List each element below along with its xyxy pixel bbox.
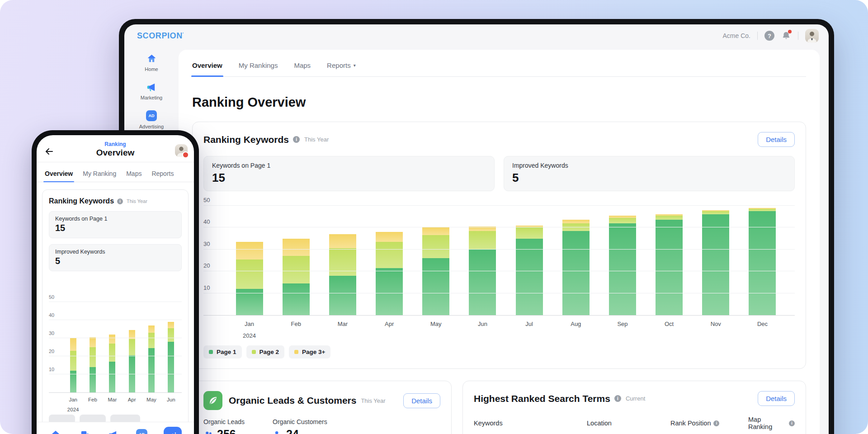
- details-button[interactable]: Details: [758, 391, 795, 406]
- bar-slot: Jul: [506, 201, 552, 315]
- nav-advertising-button[interactable]: AD: [135, 428, 149, 434]
- x-tick-label: Jan: [245, 321, 254, 327]
- user-check-icon: [273, 429, 283, 434]
- bar-nov[interactable]: [702, 210, 729, 315]
- bar-feb[interactable]: [90, 337, 96, 392]
- info-icon[interactable]: i: [293, 136, 300, 143]
- bar-aug[interactable]: [562, 220, 590, 315]
- period-label: This Year: [304, 136, 329, 143]
- organic-leads-panel: Organic Leads & Customers This Year Deta…: [192, 381, 452, 434]
- sidebar-item-home[interactable]: Home: [145, 53, 158, 72]
- desktop-topbar: SCORPION ′ Acme Co. ?: [124, 24, 829, 47]
- period-label: This Year: [127, 198, 147, 204]
- bar-dec[interactable]: [749, 208, 776, 315]
- y-tick-label: 20: [203, 262, 210, 269]
- bar-mar[interactable]: [329, 234, 356, 315]
- metric-value: 256: [217, 428, 236, 434]
- bar-jan[interactable]: [70, 338, 76, 392]
- notifications-button[interactable]: [781, 31, 791, 41]
- column-rank-position: Rank Positioni: [670, 416, 721, 430]
- sidebar-item-marketing[interactable]: Marketing: [141, 82, 162, 100]
- ranking-stats-row: Keywords on Page 1 15 Improved Keywords …: [203, 156, 795, 191]
- gridline: [203, 249, 795, 250]
- tab-maps[interactable]: Maps: [294, 61, 311, 76]
- notification-dot: [182, 151, 189, 158]
- segment-page-1: [422, 258, 449, 315]
- notification-dot: [788, 30, 792, 33]
- details-button[interactable]: Details: [403, 393, 440, 408]
- bar-feb[interactable]: [283, 239, 310, 315]
- chart-bars: Jan2024FebMarAprMayJunJulAugSepOctNovDec: [226, 201, 786, 315]
- tab-overview[interactable]: Overview: [45, 170, 73, 182]
- ranking-keywords-chart-mobile: Jan2024FebMarAprMayJun 1020304050: [49, 288, 182, 393]
- bar-jun[interactable]: [168, 322, 174, 392]
- legend-swatch: [252, 350, 256, 354]
- info-icon[interactable]: i: [117, 198, 123, 204]
- bar-slot: Nov: [693, 201, 739, 315]
- legend-page-1[interactable]: Page 1: [203, 345, 242, 359]
- ranking-keywords-panel: Ranking Keywords i This Year Details Key…: [192, 122, 806, 369]
- info-icon[interactable]: i: [713, 420, 719, 426]
- gridline: [49, 320, 182, 320]
- panel-title: Highest Ranked Search Terms: [474, 393, 610, 404]
- bar-slot: Sep: [599, 201, 646, 315]
- chat-icon: [79, 429, 90, 434]
- x-tick-label: Aug: [571, 321, 581, 327]
- tab-my-rankings[interactable]: My Rankings: [239, 61, 278, 76]
- y-tick-label: 40: [49, 312, 54, 318]
- tab-maps[interactable]: Maps: [126, 170, 142, 182]
- segment-page-3-: [168, 322, 174, 328]
- bar-mar[interactable]: [109, 335, 115, 392]
- legend-swatch: [209, 350, 213, 354]
- user-avatar[interactable]: [175, 144, 188, 157]
- tab-reports[interactable]: Reports ▾: [327, 61, 356, 76]
- sidebar-label: Home: [145, 66, 158, 72]
- nav-rankings-button-active[interactable]: [164, 427, 182, 434]
- x-tick-label: Mar: [108, 397, 117, 402]
- info-icon[interactable]: i: [789, 420, 795, 426]
- y-tick-label: 30: [49, 330, 54, 336]
- bar-sep[interactable]: [609, 216, 636, 315]
- bar-may[interactable]: [148, 326, 155, 392]
- x-tick-label: May: [146, 397, 156, 402]
- legend-page-3[interactable]: Page 3+: [289, 345, 330, 359]
- gridline: [49, 302, 182, 302]
- back-button[interactable]: [44, 146, 55, 157]
- legend-label: Page 2: [259, 349, 279, 355]
- legend-page-2[interactable]: Page 2: [246, 345, 285, 359]
- bar-slot: Apr: [122, 288, 142, 392]
- tab-overview[interactable]: Overview: [192, 61, 222, 76]
- column-keywords: Keywords: [474, 416, 560, 430]
- bar-slot: Aug: [552, 201, 599, 315]
- tab-my-ranking[interactable]: My Ranking: [83, 170, 116, 182]
- nav-marketing-button[interactable]: [106, 428, 120, 434]
- ranking-keywords-chart: Jan2024FebMarAprMayJunJulAugSepOctNovDec…: [203, 201, 795, 316]
- account-name[interactable]: Acme Co.: [723, 32, 750, 39]
- legend-swatch: [294, 350, 298, 354]
- sidebar-item-advertising[interactable]: AD Advertising: [139, 110, 164, 129]
- bar-slot: Jan2024: [63, 288, 83, 392]
- divider: [757, 32, 758, 40]
- x-tick-label: Apr: [128, 397, 136, 402]
- bar-jan[interactable]: [236, 242, 263, 315]
- bar-oct[interactable]: [656, 214, 683, 315]
- help-icon[interactable]: ?: [764, 31, 774, 41]
- nav-home-button[interactable]: [49, 428, 62, 434]
- bar-apr[interactable]: [129, 330, 135, 392]
- bar-apr[interactable]: [376, 232, 403, 315]
- details-button[interactable]: Details: [758, 132, 795, 147]
- nav-messages-button[interactable]: [77, 428, 91, 434]
- tab-reports[interactable]: Reports: [151, 170, 174, 182]
- info-icon[interactable]: i: [614, 395, 621, 402]
- segment-page-2: [376, 242, 403, 268]
- segment-page-1: [562, 231, 590, 315]
- y-tick-label: 50: [49, 294, 54, 300]
- bar-jul[interactable]: [516, 226, 543, 315]
- bar-may[interactable]: [422, 227, 449, 315]
- user-avatar[interactable]: [805, 29, 819, 42]
- stat-improved-keywords: Improved Keywords 5: [49, 244, 182, 271]
- home-icon: [146, 53, 157, 64]
- x-tick-label: Jun: [167, 397, 175, 402]
- y-tick-label: 40: [203, 218, 210, 225]
- sidebar-label: Advertising: [139, 124, 164, 129]
